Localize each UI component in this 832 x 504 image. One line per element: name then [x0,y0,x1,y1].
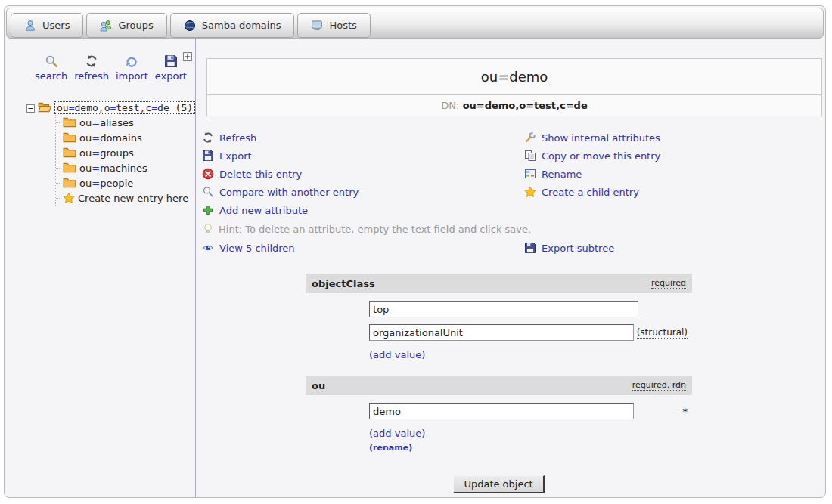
rename-value-link[interactable]: (rename) [369,443,688,453]
dn-value: ou=demo,o=test,c=de [463,100,588,111]
actions-right: Show internal attributes Copy or move th… [524,128,826,219]
value-row: * [369,403,688,419]
tree-item-label: Create new entry here [78,193,188,204]
export-icon [164,54,178,68]
attribute-header: ou required, rdn [306,376,692,395]
tree-item-groups[interactable]: ou=groups [56,145,195,160]
update-object-button[interactable]: Update object [453,475,544,493]
tree-item-label: ou=aliases [79,117,134,128]
tree-item-aliases[interactable]: ou=aliases [56,115,195,130]
copy-move-entry-link[interactable]: Copy or move this entry [524,147,826,165]
attribute-values: * (add value) (rename) [306,395,692,457]
import-icon [125,54,138,68]
wrench-icon [524,131,536,144]
tool-label: search [35,70,67,82]
eye-icon [202,242,214,254]
rename-link[interactable]: Rename [524,165,826,183]
globe-icon [184,20,196,32]
tab-bar: Users Groups Samba domains Hosts [6,8,824,39]
action-label: Refresh [219,132,256,144]
attribute-flags: required, rdn [632,380,686,391]
hint-text: Hint: To delete an attribute, empty the … [219,224,531,235]
add-value-link[interactable]: (add value) [369,349,425,360]
search-icon [45,54,58,68]
refresh-link[interactable]: Refresh [202,128,524,147]
create-child-entry-link[interactable]: Create a child entry [524,183,826,201]
entry-header: ou=demo DN: ou=demo,o=test,c=de [206,58,822,116]
tab-label: Users [42,20,70,31]
page-title: ou=demo [207,59,821,95]
dn-label: DN: [441,100,459,111]
tree-item-label: ou=machines [79,162,147,174]
tab-hosts[interactable]: Hosts [297,13,370,38]
view-children-link[interactable]: View 5 children [202,239,524,257]
action-label: Add new attribute [219,205,308,216]
ou-value-input[interactable] [369,403,634,419]
main: ou=demo DN: ou=demo,o=test,c=de Refresh … [195,39,826,498]
folder-open-icon [38,100,51,114]
delete-entry-link[interactable]: Delete this entry [202,165,524,183]
tree-item-domains[interactable]: ou=domains [56,130,195,145]
attribute-ou: ou required, rdn * (add value) (rename) [306,376,692,457]
tree-item-machines[interactable]: ou=machines [56,160,195,175]
add-attribute-link[interactable]: Add new attribute [202,201,524,219]
collapse-minus-icon[interactable] [26,104,35,112]
entry-dn: DN: ou=demo,o=test,c=de [207,95,821,116]
rename-icon [524,168,536,180]
entry-actions: Refresh Export Delete this entry Compare… [202,128,826,219]
search-button[interactable]: search [35,54,67,82]
tool-label: refresh [74,70,109,82]
refresh-button[interactable]: refresh [74,54,109,82]
folder-icon [63,176,76,190]
show-internal-attributes-link[interactable]: Show internal attributes [524,128,826,147]
refresh-icon [85,54,98,68]
folder-icon [63,116,76,129]
attribute-values: (structural) (add value) [306,293,692,365]
export-subtree-link[interactable]: Export subtree [524,239,826,257]
compare-entry-link[interactable]: Compare with another entry [202,183,524,201]
tab-samba-domains[interactable]: Samba domains [170,13,295,38]
floppy-icon [202,150,214,162]
tree-item-label: ou=domains [79,132,142,144]
tab-label: Hosts [329,20,356,31]
tree-create-new-entry[interactable]: Create new entry here [56,190,195,206]
tool-label: export [155,70,187,82]
tab-users[interactable]: Users [11,13,83,38]
action-label: Create a child entry [542,187,639,198]
tree-item-root[interactable]: ou=demo,o=test,c=de (5) [26,100,195,115]
action-label: Compare with another entry [219,187,359,198]
tab-groups[interactable]: Groups [86,13,166,38]
folder-icon [63,131,76,144]
action-label: View 5 children [219,243,295,254]
floppy-icon [524,242,536,254]
tree-item-label: ou=groups [79,147,134,159]
expand-all-icon[interactable] [183,50,192,59]
attribute-header: objectClass required [306,274,692,293]
action-label: Export subtree [542,243,614,254]
folder-icon [63,146,76,159]
required-star: * [683,406,688,417]
tab-label: Samba domains [202,20,281,31]
attribute-flags: required [651,278,686,289]
group-icon [100,20,112,32]
objectclass-value-input-2[interactable] [369,324,634,341]
lightbulb-icon [202,223,214,235]
tree-item-people[interactable]: ou=people [56,175,195,190]
tree-root-label: ou=demo,o=test,c=de (5) [54,101,195,114]
structural-note: (structural) [637,327,688,339]
export-button[interactable]: export [155,54,187,82]
action-label: Export [219,150,252,162]
action-label: Rename [542,169,582,180]
action-label: Delete this entry [219,169,302,180]
sidebar-toolbar: search refresh import export [35,54,195,82]
sidebar: search refresh import export [5,39,195,498]
import-button[interactable]: import [116,54,148,82]
objectclass-value-input-1[interactable] [369,301,638,317]
tree-children: ou=aliases ou=domains ou=groups ou=machi… [55,115,195,206]
export-link[interactable]: Export [202,147,524,165]
refresh-icon [202,131,214,144]
attribute-objectclass: objectClass required (structural) (add v… [306,274,692,365]
magnifier-icon [202,186,214,198]
add-value-link[interactable]: (add value) [369,428,425,439]
actions-left: Refresh Export Delete this entry Compare… [202,128,524,219]
